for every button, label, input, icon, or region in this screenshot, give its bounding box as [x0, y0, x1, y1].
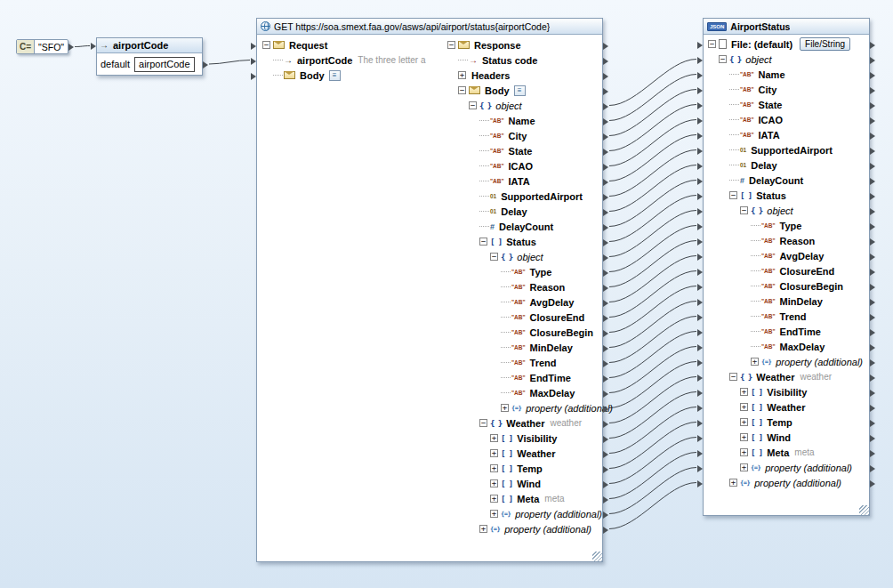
node-file-default[interactable]: −File: (default)File/String	[706, 36, 868, 52]
output-connector[interactable]	[603, 406, 608, 413]
node-avgdelay[interactable]: "AB"AvgDelay	[706, 248, 868, 263]
collapse-toggle[interactable]: −	[729, 373, 737, 381]
collapse-toggle[interactable]: −	[490, 253, 498, 261]
expand-toggle[interactable]: +	[501, 404, 509, 412]
node-supportedairport[interactable]: 01SupportedAirport	[706, 142, 868, 157]
collapse-toggle[interactable]: −	[447, 41, 455, 49]
node-type[interactable]: "AB"Type	[446, 264, 606, 279]
node-name[interactable]: "AB"Name	[706, 67, 868, 82]
node-icao[interactable]: "AB"ICAO	[706, 112, 868, 127]
input-connector[interactable]	[697, 102, 703, 109]
node-property-additional[interactable]: +{=}property (additional)	[706, 460, 868, 475]
node-temp[interactable]: +[ ]Temp	[446, 461, 606, 476]
collapse-toggle[interactable]: −	[262, 41, 270, 49]
output-connector[interactable]	[603, 330, 608, 337]
output-connector[interactable]	[870, 238, 875, 246]
node-weather[interactable]: +[ ]Weather	[446, 446, 606, 461]
output-connector[interactable]	[870, 102, 875, 109]
input-connector[interactable]	[697, 208, 703, 215]
output-connector[interactable]	[870, 284, 875, 291]
node-status[interactable]: −[ ]Status	[706, 188, 868, 203]
expand-toggle[interactable]: +	[490, 495, 498, 503]
node-avgdelay[interactable]: "AB"AvgDelay	[446, 294, 606, 310]
output-connector[interactable]	[603, 436, 608, 443]
output-connector[interactable]	[603, 451, 608, 458]
node-object[interactable]: −{ }object	[706, 52, 868, 67]
collapse-toggle[interactable]: −	[740, 206, 748, 214]
rest-call-component[interactable]: GET https://soa.smext.faa.gov/asws/api/a…	[256, 18, 603, 562]
output-connector[interactable]	[870, 163, 875, 170]
node-iata[interactable]: "AB"IATA	[446, 173, 606, 189]
input-connector[interactable]	[697, 117, 703, 125]
output-connector[interactable]	[603, 194, 608, 201]
output-connector[interactable]	[603, 527, 608, 534]
output-connector[interactable]	[870, 344, 875, 351]
input-connector[interactable]	[697, 254, 703, 261]
output-connector[interactable]	[603, 149, 608, 156]
output-connector[interactable]	[870, 178, 875, 185]
output-connector[interactable]	[870, 375, 875, 382]
expand-toggle[interactable]: +	[490, 434, 498, 442]
output-connector[interactable]	[870, 254, 875, 261]
output-connector[interactable]	[603, 511, 608, 519]
input-connector[interactable]	[251, 43, 256, 50]
output-connector[interactable]	[603, 58, 608, 65]
output-connector[interactable]	[603, 88, 608, 95]
expand-toggle[interactable]: +	[751, 358, 759, 366]
node-delay[interactable]: 01Delay	[446, 204, 606, 219]
input-connector[interactable]	[697, 435, 703, 442]
output-connector[interactable]	[603, 285, 608, 292]
output-connector[interactable]	[870, 148, 875, 155]
param-default-value[interactable]: airportCode	[134, 57, 194, 72]
input-connector[interactable]	[697, 284, 703, 291]
node-city[interactable]: "AB"City	[446, 128, 606, 143]
expand-toggle[interactable]: +	[490, 464, 498, 472]
node-closurebegin[interactable]: "AB"ClosureBegin	[446, 325, 606, 340]
input-connector[interactable]	[697, 465, 703, 472]
param-default-row[interactable]: default airportCode	[97, 53, 202, 75]
edit-body-icon[interactable]: ≡	[514, 85, 526, 96]
output-connector[interactable]	[603, 133, 608, 141]
input-connector[interactable]	[697, 450, 703, 457]
constant-node[interactable]: C= "SFO"	[16, 39, 68, 54]
output-connector[interactable]	[603, 345, 608, 352]
edit-body-icon[interactable]: ≡	[329, 70, 341, 81]
input-connector[interactable]	[697, 238, 703, 246]
output-connector[interactable]	[603, 254, 608, 262]
input-connector[interactable]	[697, 269, 703, 276]
output-connector[interactable]	[870, 480, 875, 487]
output-connector[interactable]	[603, 375, 608, 383]
node-meta[interactable]: +[ ]Metameta	[446, 491, 606, 506]
node-type[interactable]: "AB"Type	[706, 218, 868, 233]
output-connector[interactable]	[203, 61, 208, 68]
input-connector[interactable]	[697, 193, 703, 200]
input-connector[interactable]	[697, 148, 703, 155]
output-connector[interactable]	[870, 314, 875, 321]
input-connector[interactable]	[697, 480, 703, 487]
input-connector[interactable]	[697, 299, 703, 306]
node-body[interactable]: Body≡	[261, 68, 443, 83]
node-headers[interactable]: +Headers	[446, 68, 606, 83]
node-response[interactable]: −Response	[446, 37, 606, 52]
expand-toggle[interactable]: +	[740, 403, 748, 411]
output-connector[interactable]	[603, 164, 608, 171]
component-titlebar[interactable]: GET https://soa.smext.faa.gov/asws/api/a…	[257, 19, 602, 35]
node-weather[interactable]: −{ }Weatherweather	[446, 415, 606, 431]
output-connector[interactable]	[870, 269, 875, 276]
component-titlebar[interactable]: JSON AirportStatus	[704, 19, 869, 35]
node-mindelay[interactable]: "AB"MinDelay	[446, 340, 606, 355]
input-connector[interactable]	[697, 133, 703, 140]
output-connector[interactable]	[603, 239, 608, 246]
expand-toggle[interactable]: +	[458, 71, 466, 79]
node-iata[interactable]: "AB"IATA	[706, 127, 868, 142]
output-connector[interactable]	[603, 300, 608, 307]
output-connector[interactable]	[870, 450, 875, 457]
output-connector[interactable]	[603, 179, 608, 186]
output-connector[interactable]	[870, 42, 875, 49]
json-output-component[interactable]: JSON AirportStatus −File: (default)File/…	[703, 18, 870, 516]
node-weather[interactable]: −{ }Weatherweather	[706, 369, 868, 384]
node-object[interactable]: −{ }object	[706, 203, 868, 218]
node-trend[interactable]: "AB"Trend	[446, 355, 606, 370]
node-delaycount[interactable]: #DelayCount	[706, 173, 868, 188]
output-connector[interactable]	[870, 435, 875, 442]
